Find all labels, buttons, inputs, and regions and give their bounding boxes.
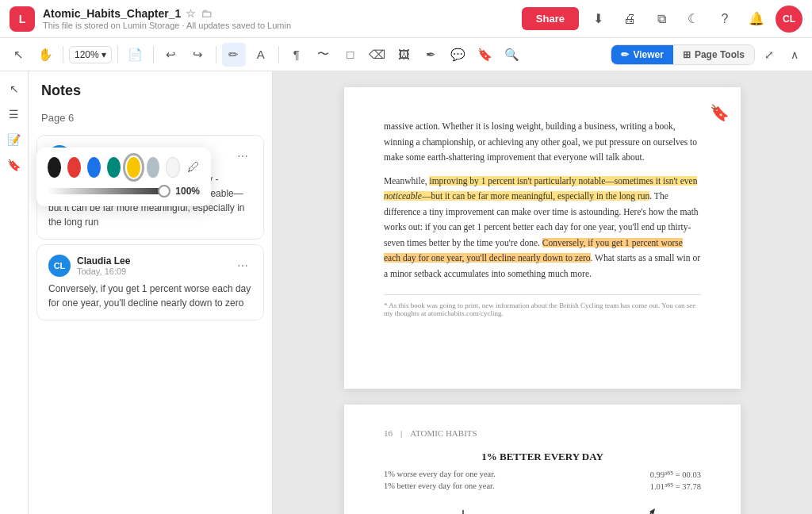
chart-row2-label: 1% better every day for one year. bbox=[384, 481, 495, 491]
swatch-yellow[interactable] bbox=[127, 157, 140, 178]
swatch-light-gray[interactable] bbox=[147, 157, 160, 178]
doc-page-1: 🔖 massive action. Whether it is losing w… bbox=[344, 87, 741, 389]
main-layout: ↖ ☰ 📝 🔖 Notes 🖊 100% bbox=[0, 71, 812, 514]
doc-text-1: massive action. Whether it is losing wei… bbox=[384, 119, 701, 166]
hand-tool[interactable]: ✋ bbox=[33, 43, 57, 67]
doc-text-before: massive action. Whether it is losing wei… bbox=[384, 121, 697, 162]
duplicate-icon[interactable]: ⧉ bbox=[649, 6, 674, 32]
note-author-info-2: Claudia Lee Today, 16:09 bbox=[77, 255, 227, 276]
chart-row2-value: 1.01³⁶⁵ = 37.78 bbox=[650, 481, 701, 491]
chart-row1-label: 1% worse every day for one year. bbox=[384, 470, 496, 479]
chart-row-1: 1% worse every day for one year. 0.99³⁶⁵… bbox=[384, 470, 701, 479]
doc-area: 🔖 massive action. Whether it is losing w… bbox=[273, 71, 812, 514]
toolbar-divider-1 bbox=[63, 46, 63, 63]
stamp-tool[interactable]: 🔖 bbox=[473, 43, 497, 67]
zoom-control[interactable]: 120% ▾ bbox=[69, 46, 112, 63]
note-card-header-2: CL Claudia Lee Today, 16:09 ⋯ bbox=[48, 255, 252, 277]
toolbar-divider-5 bbox=[278, 46, 279, 63]
viewer-icon: ✏ bbox=[621, 49, 629, 60]
sidebar-icons: ↖ ☰ 📝 🔖 bbox=[0, 71, 29, 514]
toolbar-divider-3 bbox=[153, 46, 154, 63]
notes-panel: Notes 🖊 100% Page 6 bbox=[29, 71, 273, 514]
note-time-2: Today, 16:09 bbox=[77, 267, 227, 276]
expand-icon[interactable]: ⤢ bbox=[758, 44, 780, 66]
footnote: * As this book was going to print, new i… bbox=[384, 294, 701, 317]
comment-tool[interactable]: 💬 bbox=[446, 43, 470, 67]
notification-icon[interactable]: 🔔 bbox=[744, 6, 769, 32]
swatch-white[interactable] bbox=[166, 157, 180, 178]
opacity-thumb bbox=[158, 185, 170, 198]
redo-icon[interactable]: ↪ bbox=[186, 43, 210, 67]
sidebar-bookmark-icon[interactable]: 🔖 bbox=[3, 154, 25, 176]
format-tool[interactable]: ¶ bbox=[285, 43, 308, 67]
note-author-2: Claudia Lee bbox=[77, 255, 227, 267]
note-avatar-2: CL bbox=[48, 255, 71, 277]
moon-icon[interactable]: ☾ bbox=[680, 6, 706, 32]
notes-header: Notes bbox=[29, 71, 272, 105]
chart-title: 1% BETTER EVERY DAY bbox=[384, 451, 701, 463]
page-separator: | bbox=[400, 428, 402, 438]
file-subtitle: This file is stored on Lumin Storage · A… bbox=[43, 21, 514, 30]
print-icon[interactable]: 🖨 bbox=[617, 6, 642, 32]
highlight-tool[interactable]: ✏ bbox=[222, 43, 246, 67]
toolbar-divider-2 bbox=[117, 46, 118, 63]
page-tools-icon: ⊞ bbox=[683, 49, 691, 60]
doc-page-2: 16 | ATOMIC HABITS 1% BETTER EVERY DAY 1… bbox=[344, 405, 741, 514]
undo-icon[interactable]: ↩ bbox=[159, 43, 183, 67]
zoom-level: 120% bbox=[75, 49, 99, 60]
page-tools-button[interactable]: ⊞ Page Tools bbox=[673, 45, 754, 64]
opacity-value: 100% bbox=[175, 186, 200, 197]
download-icon[interactable]: ⬇ bbox=[585, 6, 611, 32]
sidebar-cursor-icon[interactable]: ↖ bbox=[3, 78, 25, 100]
page-number-row: 16 | ATOMIC HABITS bbox=[384, 428, 701, 438]
doc-para2-before: Meanwhile, bbox=[384, 176, 429, 186]
image-tool[interactable]: 🖼 bbox=[393, 43, 416, 67]
swatch-blue[interactable] bbox=[87, 157, 101, 178]
app-logo[interactable]: L bbox=[10, 6, 35, 32]
note-menu-1[interactable]: ⋯ bbox=[233, 147, 252, 166]
doc-para-2: Meanwhile, improving by 1 percent isn't … bbox=[384, 174, 701, 282]
shape-tool[interactable]: □ bbox=[339, 43, 362, 67]
viewer-button[interactable]: ✏ Viewer bbox=[611, 45, 672, 64]
swatch-black[interactable] bbox=[48, 157, 61, 178]
erase-tool[interactable]: ⌫ bbox=[366, 43, 389, 67]
highlight-1: improving by 1 percent isn't particularl… bbox=[384, 176, 697, 201]
note-menu-2[interactable]: ⋯ bbox=[233, 256, 252, 275]
help-icon[interactable]: ? bbox=[712, 6, 737, 32]
search-tool[interactable]: 🔍 bbox=[500, 43, 524, 67]
text-tool[interactable]: A bbox=[249, 43, 273, 67]
new-doc-icon[interactable]: 📄 bbox=[124, 43, 147, 67]
folder-icon[interactable]: 🗀 bbox=[201, 7, 212, 20]
page-number: 16 bbox=[384, 428, 393, 438]
opacity-row: 100% bbox=[48, 186, 200, 197]
note-card-2[interactable]: CL Claudia Lee Today, 16:09 ⋯ Conversely… bbox=[36, 244, 264, 320]
note-text-2: Conversely, if you get 1 percent worse e… bbox=[48, 282, 252, 310]
markup-tool[interactable]: 〜 bbox=[312, 43, 335, 67]
file-name: Atomic_Habits_Chapter_1 bbox=[43, 7, 181, 20]
page-label: Page 6 bbox=[29, 105, 272, 130]
file-title-row: Atomic_Habits_Chapter_1 ☆ 🗀 bbox=[43, 7, 514, 20]
chart-svg bbox=[416, 502, 669, 514]
collapse-icon[interactable]: ∧ bbox=[783, 44, 806, 66]
view-toggle: ✏ Viewer ⊞ Page Tools bbox=[611, 44, 755, 65]
opacity-slider[interactable] bbox=[48, 188, 169, 194]
chart-row-2: 1% better every day for one year. 1.01³⁶… bbox=[384, 481, 701, 491]
color-picker-popup: 🖊 100% bbox=[36, 148, 211, 206]
sidebar-list-icon[interactable]: ☰ bbox=[3, 103, 25, 125]
pen-color-icon[interactable]: 🖊 bbox=[186, 157, 200, 178]
pen-tool[interactable]: ✒ bbox=[419, 43, 443, 67]
toolbar-divider-4 bbox=[216, 46, 216, 63]
file-info: Atomic_Habits_Chapter_1 ☆ 🗀 This file is… bbox=[43, 7, 514, 30]
toolbar: ↖ ✋ 120% ▾ 📄 ↩ ↪ ✏ A ¶ 〜 □ ⌫ 🖼 ✒ 💬 🔖 🔍 ✏… bbox=[0, 38, 812, 71]
swatch-teal[interactable] bbox=[107, 157, 121, 178]
star-icon[interactable]: ☆ bbox=[186, 7, 196, 20]
user-avatar[interactable]: CL bbox=[776, 6, 802, 33]
page-book-title: ATOMIC HABITS bbox=[410, 428, 477, 438]
highlight-2: Conversely, if you get 1 percent worse e… bbox=[384, 238, 683, 263]
sidebar-notes-icon[interactable]: 📝 bbox=[3, 128, 25, 151]
cursor-tool[interactable]: ↖ bbox=[6, 43, 30, 67]
chart-row1-value: 0.99³⁶⁵ = 00.03 bbox=[650, 470, 701, 479]
share-button[interactable]: Share bbox=[522, 7, 579, 30]
swatch-red[interactable] bbox=[67, 157, 81, 178]
bookmark-icon[interactable]: 🔖 bbox=[710, 103, 730, 122]
